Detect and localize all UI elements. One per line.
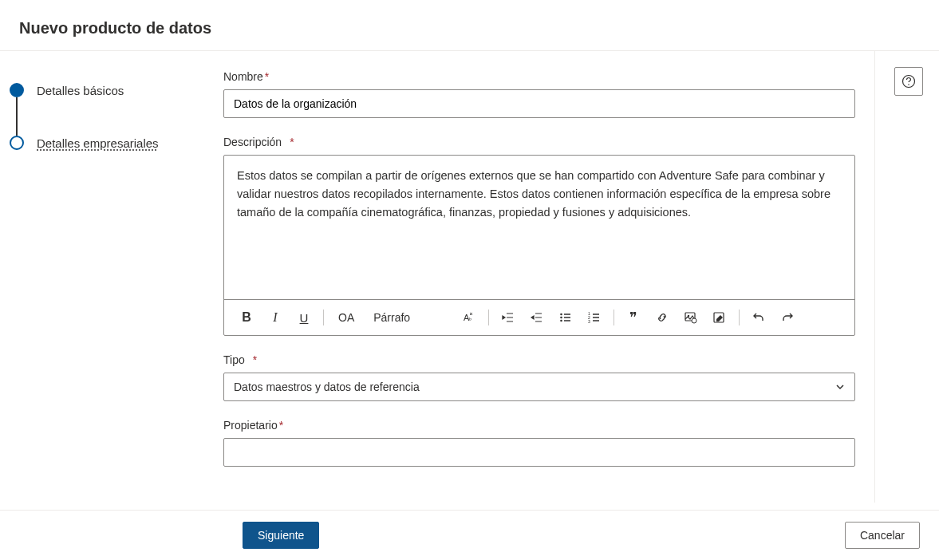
edit-button[interactable]	[707, 306, 732, 329]
richtext-toolbar: B I U OA Párrafo Aᵇ	[224, 299, 854, 335]
outdent-button[interactable]	[495, 306, 521, 329]
next-button[interactable]: Siguiente	[243, 522, 319, 549]
owner-label: Propietario*	[223, 419, 855, 432]
image-button[interactable]	[678, 306, 704, 329]
step-connector	[16, 97, 18, 136]
svg-point-10	[692, 318, 696, 323]
underline-button[interactable]: U	[291, 306, 317, 329]
step-business-details[interactable]: Detalles empresariales	[10, 136, 204, 150]
italic-button[interactable]: I	[262, 306, 288, 329]
help-button[interactable]	[894, 67, 923, 96]
name-input[interactable]	[223, 89, 855, 118]
cancel-button[interactable]: Cancelar	[845, 522, 920, 549]
toolbar-separator	[614, 310, 614, 325]
font-style-button[interactable]: Aᵇ	[456, 306, 482, 329]
help-icon	[902, 74, 916, 89]
description-editor[interactable]: Estos datos se compilan a partir de oríg…	[224, 156, 846, 299]
paragraph-selector[interactable]: Párrafo	[365, 311, 418, 324]
undo-button[interactable]	[746, 306, 771, 329]
bullet-list-button[interactable]	[553, 306, 578, 329]
step-label: Detalles empresariales	[37, 136, 159, 150]
type-select[interactable]: Datos maestros y datos de referencia	[223, 373, 855, 401]
redo-button[interactable]	[775, 306, 800, 329]
svg-text:ᵇ: ᵇ	[469, 317, 471, 324]
numbered-list-button[interactable]: 123	[582, 306, 607, 329]
svg-text:3: 3	[588, 319, 590, 324]
font-selector[interactable]: OA	[330, 311, 362, 324]
bold-button[interactable]: B	[234, 306, 259, 329]
link-button[interactable]	[649, 306, 675, 329]
indent-button[interactable]	[524, 306, 550, 329]
toolbar-separator	[488, 310, 489, 325]
step-indicator-inactive	[10, 136, 24, 150]
name-label: Nombre*	[223, 70, 855, 83]
type-label: Tipo*	[223, 353, 855, 366]
svg-point-3	[560, 317, 562, 319]
svg-point-13	[908, 84, 909, 85]
svg-point-2	[560, 314, 562, 316]
toolbar-separator	[323, 310, 324, 325]
quote-button[interactable]: ❞	[621, 306, 646, 329]
owner-input[interactable]	[223, 438, 855, 467]
step-indicator-active	[10, 83, 24, 97]
step-label: Detalles básicos	[37, 84, 124, 97]
description-label: Descripción*	[223, 136, 855, 148]
svg-point-4	[560, 320, 562, 322]
step-basic-details[interactable]: Detalles básicos	[10, 83, 204, 97]
toolbar-separator	[739, 310, 740, 325]
page-title: Nuevo producto de datos	[19, 19, 920, 37]
